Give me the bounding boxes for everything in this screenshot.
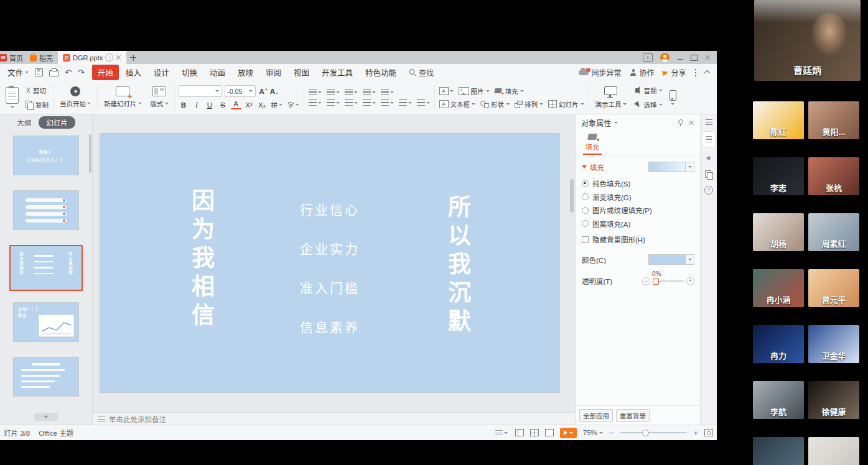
zoom-slider-thumb[interactable] [642,430,649,436]
increase-indent-button[interactable] [416,99,431,106]
remote-control-button[interactable] [666,89,679,106]
numbering-button[interactable] [325,88,341,96]
notes-bar[interactable]: 单击此处添加备注 [93,412,575,425]
close-window-icon[interactable] [705,55,711,60]
share-button[interactable]: 分享 [663,67,686,78]
transparency-decrease-button[interactable] [642,277,650,285]
presentation-tools-button[interactable]: 演示工具 [592,85,630,110]
shapes-button[interactable]: 形状 [479,99,511,109]
reading-view-icon[interactable] [545,429,554,436]
participant-tile[interactable]: 卫金华 [808,325,859,363]
fill-tool-tab[interactable]: 填充 [583,132,602,155]
window-pane-icon[interactable] [643,53,653,62]
section-collapse-icon[interactable] [582,165,587,168]
participant-tile[interactable]: 胡杨 [753,213,804,251]
tab-home[interactable]: 首页 [0,51,25,64]
layout-button[interactable]: 版式 [147,85,172,109]
slide-text-item[interactable]: 信息素养 [300,317,360,336]
slides-tab[interactable]: 幻灯片 [39,116,75,129]
menu-tab-8[interactable]: 开发工具 [316,65,358,80]
speaker-video[interactable]: 曹廷炳 [754,0,861,81]
color-select[interactable] [648,254,694,265]
add-slide-button[interactable] [0,410,92,423]
fill-style-select[interactable] [648,162,694,172]
align-center-button[interactable] [325,99,341,106]
pin-icon[interactable] [678,119,683,124]
collapse-ribbon-icon[interactable] [704,70,711,76]
superscript-button[interactable]: X² [244,101,254,109]
audio-button[interactable]: 音频 [632,85,664,96]
chevron-down-icon[interactable] [614,122,618,124]
participant-tile[interactable] [753,437,804,465]
document-info-icon[interactable] [105,53,113,62]
fit-window-icon[interactable] [704,429,713,436]
textbox-button[interactable]: 文本框 [438,99,477,109]
collaborate-button[interactable]: 协作 [630,67,654,78]
close-panel-icon[interactable] [689,120,694,126]
slide-text-item[interactable]: 准入门槛 [300,278,360,297]
decrease-indent-button[interactable] [398,99,413,106]
font-size-select[interactable]: -0.05 [225,85,256,97]
subscript-button[interactable]: X₂ [257,101,268,109]
slide[interactable]: 因为我相信 行业信心企业实力准入门槛信息素养 所以我沉默 [100,134,559,392]
close-tab-icon[interactable] [116,55,121,60]
decrease-font-button[interactable] [269,88,277,95]
strikethrough-button[interactable]: S [218,101,228,109]
canvas-scrollbar[interactable] [570,179,574,213]
find-button[interactable]: 查找 [409,67,434,78]
smart-assistant-icon[interactable] [706,154,712,162]
bullet-list-button[interactable] [307,88,323,96]
menu-tab-6[interactable]: 审阅 [260,65,287,80]
fill-option[interactable]: 纯色填充(S) [582,178,694,188]
picture-button[interactable]: 图片 [457,86,491,96]
panel-scrollbar[interactable] [89,134,91,173]
text-direction-button[interactable] [380,88,395,96]
tab-document[interactable]: DGR.pptx [58,51,126,64]
participant-tile[interactable]: 冉力 [753,325,804,363]
play-from-current-button[interactable]: 当页开始 [57,85,94,109]
zoom-in-button[interactable] [693,428,698,438]
reset-background-button[interactable]: 重置背景 [616,409,650,422]
new-slide-button[interactable]: 新建幻灯片 [101,85,145,109]
font-family-select[interactable] [179,85,222,97]
menu-tab-2[interactable]: 设计 [148,65,175,80]
apply-all-button[interactable]: 全部应用 [579,409,613,422]
menu-tab-5[interactable]: 放映 [232,65,259,80]
more-menu-icon[interactable] [695,69,697,76]
rail-menu-icon[interactable] [706,119,712,125]
distribute-button[interactable] [380,99,395,106]
participant-tile[interactable]: 李航 [753,381,804,419]
fill-button[interactable]: 填充 [493,86,525,96]
cut-button[interactable]: 剪切 [24,85,50,96]
slide-thumbnail[interactable]: 因为我相信所以我沉默 [9,245,83,291]
participant-tile[interactable]: 曾元平 [808,269,859,307]
menu-tab-4[interactable]: 动画 [204,65,231,80]
outline-tab[interactable]: 大纲 [17,117,31,127]
hide-background-option[interactable]: 隐藏背景图形(H) [582,234,694,244]
slide-thumbnail[interactable]: 主动！！！搭讪 [13,302,79,342]
font-color-button[interactable]: A [231,100,241,109]
slideshow-play-button[interactable] [560,428,577,438]
menu-tab-1[interactable]: 插入 [120,65,147,80]
align-left-button[interactable] [307,99,323,106]
transparency-slider[interactable] [653,280,684,282]
maximize-icon[interactable] [691,55,698,61]
underline-button[interactable]: U [205,101,215,109]
undo-icon[interactable] [65,68,72,77]
participant-tile[interactable]: 徐健康 [808,381,859,419]
zoom-slider[interactable] [620,432,687,433]
slide-thumbnail[interactable] [13,190,79,230]
menu-tab-9[interactable]: 特色功能 [360,65,402,80]
participant-tile[interactable]: 李志 [753,157,804,195]
help-icon[interactable] [704,186,713,195]
line-spacing-button[interactable] [343,88,359,96]
participant-tile[interactable]: 张杭 [808,157,859,195]
italic-button[interactable]: I [192,101,202,109]
slide-text-item[interactable]: 企业实力 [300,239,360,257]
increase-font-button[interactable] [258,88,266,95]
menu-tab-7[interactable]: 视图 [288,65,315,80]
file-menu[interactable]: 文件 [5,65,31,80]
justify-button[interactable] [362,99,377,106]
zoom-level-button[interactable]: 75% [583,429,603,436]
columns-button[interactable] [362,88,377,96]
